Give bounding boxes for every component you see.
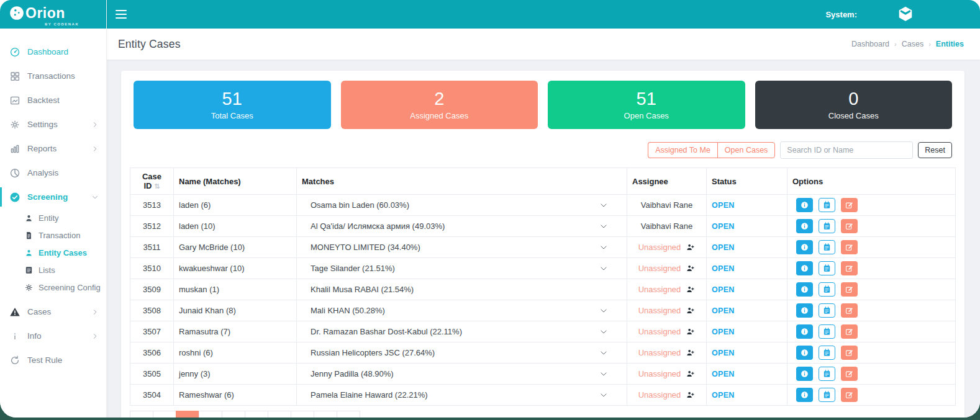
sidebar-item-transactions[interactable]: Transactions (0, 64, 106, 88)
expand-chevron-icon[interactable] (599, 306, 608, 315)
options-cell (787, 342, 956, 364)
history-button[interactable] (819, 303, 835, 318)
pagination-button[interactable]: 6 (291, 411, 314, 418)
expand-chevron-icon[interactable] (599, 328, 608, 336)
edit-case-button[interactable] (841, 282, 858, 297)
history-button[interactable] (819, 282, 835, 297)
brand-logo[interactable]: Orion BY CODENAK (0, 0, 106, 29)
edit-case-button[interactable] (841, 367, 858, 381)
edit-case-button[interactable] (841, 303, 858, 318)
stat-card-closed-cases: 0Closed Cases (755, 81, 953, 129)
package-icon[interactable] (896, 4, 915, 24)
pagination-button[interactable]: ‹ (153, 411, 176, 418)
sidebar-item-screening[interactable]: Screening (0, 185, 106, 209)
sidebar-item-reports[interactable]: Reports (0, 136, 106, 161)
pagination-button[interactable]: 4 (245, 411, 268, 418)
sidebar-item-backtest[interactable]: Backtest (0, 88, 106, 112)
expand-chevron-icon[interactable] (599, 391, 608, 400)
matches-cell: Osama bin Laden (60.03%) (297, 195, 627, 216)
breadcrumb-item-cases[interactable]: Cases (902, 40, 923, 48)
assign-user-icon[interactable] (686, 348, 695, 357)
history-button[interactable] (819, 219, 835, 233)
pagination-button[interactable]: 5 (268, 411, 291, 418)
transactions-icon (9, 71, 20, 82)
assign-user-icon[interactable] (686, 306, 695, 315)
edit-case-button[interactable] (841, 388, 858, 402)
expand-chevron-icon[interactable] (599, 370, 608, 378)
view-details-button[interactable] (796, 198, 813, 212)
expand-chevron-icon[interactable] (599, 264, 608, 273)
calendar-icon (822, 264, 832, 273)
history-button[interactable] (819, 240, 835, 254)
view-details-button[interactable] (796, 261, 813, 275)
sidebar-subitem-transaction[interactable]: Transaction (0, 226, 106, 244)
sidebar-subitem-entity[interactable]: Entity (0, 209, 106, 226)
sort-icon[interactable]: ⇅ (154, 182, 160, 190)
view-details-button[interactable] (796, 219, 813, 233)
sidebar-item-info[interactable]: Info (0, 324, 106, 348)
sidebar-item-cases[interactable]: Cases (0, 300, 106, 324)
pagination-button[interactable]: 1 (176, 411, 199, 418)
menu-toggle-icon[interactable] (116, 7, 129, 21)
edit-case-button[interactable] (841, 324, 858, 339)
expand-chevron-icon[interactable] (599, 243, 608, 252)
sidebar-item-analysis[interactable]: Analysis (0, 161, 106, 185)
expand-chevron-icon[interactable] (599, 201, 608, 210)
pagination-button[interactable]: 2 (199, 411, 222, 418)
open-cases-button[interactable]: Open Cases (717, 142, 775, 158)
assign-user-icon[interactable] (686, 264, 695, 273)
column-header-case-id[interactable]: Case ID⇅ (130, 168, 174, 195)
sidebar-subitem-entity-cases[interactable]: Entity Cases (0, 244, 106, 261)
edit-case-button[interactable] (841, 219, 858, 233)
history-button[interactable] (819, 198, 835, 212)
column-header-label: Matches (302, 177, 334, 186)
view-details-button[interactable] (796, 346, 813, 360)
assigned-to-me-button[interactable]: Assigned To Me (648, 142, 717, 158)
breadcrumb-item-dashboard[interactable]: Dashboard (851, 40, 889, 48)
edit-case-button[interactable] (841, 346, 858, 360)
sidebar-subitem-lists[interactable]: Lists (0, 261, 106, 279)
assign-user-icon[interactable] (686, 369, 695, 378)
sidebar-item-settings[interactable]: Settings (0, 112, 106, 136)
screening-icon (9, 192, 20, 203)
view-details-button[interactable] (796, 388, 813, 402)
history-button[interactable] (819, 388, 835, 402)
search-input[interactable] (780, 141, 913, 159)
history-button[interactable] (819, 367, 835, 381)
pagination-button[interactable]: › (314, 411, 337, 418)
sidebar-item-dashboard[interactable]: Dashboard (0, 40, 106, 64)
assign-user-icon[interactable] (686, 285, 695, 294)
pagination-button[interactable]: » (337, 411, 360, 418)
assign-user-icon[interactable] (686, 243, 695, 252)
pagination-button[interactable]: « (130, 411, 153, 418)
sidebar-subitem-screening-config[interactable]: Screening Config (0, 279, 106, 296)
view-details-button[interactable] (796, 282, 813, 297)
history-button[interactable] (819, 261, 835, 275)
edit-case-button[interactable] (841, 198, 858, 212)
view-details-button[interactable] (796, 240, 813, 254)
edit-case-button[interactable] (841, 240, 858, 254)
expand-chevron-icon[interactable] (599, 349, 608, 357)
view-details-button[interactable] (796, 367, 813, 381)
cases-icon (9, 306, 20, 318)
history-button[interactable] (819, 324, 835, 339)
status-badge: OPEN (712, 306, 735, 315)
expand-chevron-icon[interactable] (599, 222, 608, 231)
info-circle-icon (800, 348, 809, 357)
sidebar-item-test-rule[interactable]: Test Rule (0, 348, 106, 372)
match-text: Mali KHAN (50.28%) (311, 306, 385, 315)
history-button[interactable] (819, 346, 835, 360)
view-details-button[interactable] (796, 303, 813, 318)
reset-button[interactable]: Reset (918, 142, 952, 158)
view-details-button[interactable] (796, 324, 813, 339)
assignee-cell: Unassigned (627, 385, 707, 406)
stat-label: Total Cases (211, 111, 253, 120)
column-header-label: Name (Matches) (179, 177, 241, 186)
assignee-cell: Vaibhavi Rane (627, 195, 707, 216)
edit-case-button[interactable] (841, 261, 858, 275)
status-badge: OPEN (712, 201, 735, 210)
table-row: 3512laden (10)Al Qa'ida/ Ислямска армия … (130, 216, 956, 237)
pagination-button[interactable]: 3 (222, 411, 245, 418)
assign-user-icon[interactable] (686, 327, 695, 336)
assign-user-icon[interactable] (686, 390, 695, 400)
